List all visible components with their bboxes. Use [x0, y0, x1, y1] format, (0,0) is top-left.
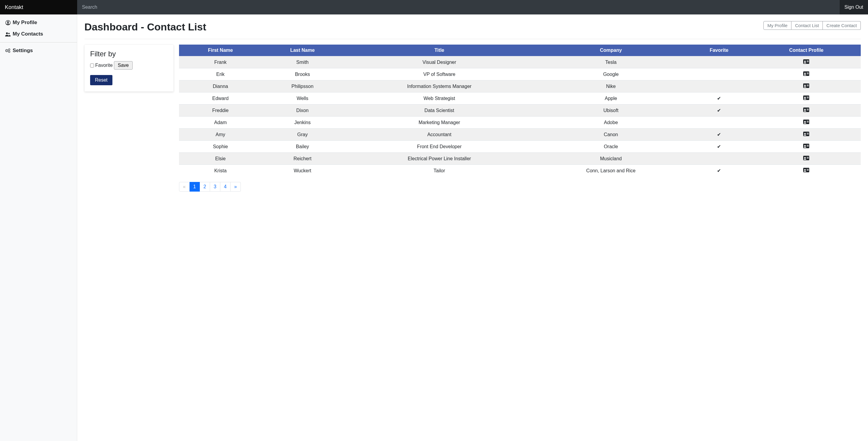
cell-title: Front End Developer — [343, 141, 535, 153]
header-button-group: My Profile Contact List Create Contact — [764, 21, 861, 30]
main: Dashboard - Contact List My Profile Cont… — [77, 14, 868, 441]
cell-title: Accountant — [343, 129, 535, 141]
cell-last-name: Wuckert — [262, 165, 343, 177]
table-row: KristaWuckertTailorConn, Larson and Rice… — [179, 165, 861, 177]
svg-rect-30 — [807, 121, 809, 121]
cell-favorite — [686, 81, 752, 92]
svg-point-2 — [6, 32, 8, 34]
cell-title: Tailor — [343, 165, 535, 177]
svg-point-6 — [8, 49, 10, 50]
contact-list-button[interactable]: Contact List — [792, 21, 823, 30]
my-profile-button[interactable]: My Profile — [764, 21, 792, 30]
page-title: Dashboard - Contact List — [84, 21, 206, 33]
cell-company: Apple — [535, 92, 686, 104]
cell-favorite — [686, 68, 752, 81]
svg-point-13 — [804, 72, 806, 74]
cell-contact-profile — [752, 153, 861, 165]
cell-company: Tesla — [535, 56, 686, 68]
filter-row: Favorite Save — [90, 61, 168, 70]
table-row: ErikBrooksVP of SoftwareGoogle — [179, 68, 861, 81]
sidebar-item-label: My Contacts — [13, 31, 43, 37]
svg-rect-11 — [807, 62, 809, 62]
cell-first-name: Sophie — [179, 141, 262, 153]
page-1[interactable]: 1 — [190, 182, 200, 192]
id-card-icon[interactable] — [803, 132, 809, 136]
id-card-icon[interactable] — [803, 156, 809, 160]
id-card-icon[interactable] — [803, 120, 809, 124]
cell-first-name: Krista — [179, 165, 262, 177]
table-row: AmyGrayAccountantCanon✔ — [179, 129, 861, 141]
id-card-icon[interactable] — [803, 84, 809, 88]
table-row: AdamJenkinsMarketing ManagerAdobe — [179, 117, 861, 129]
sign-out-button[interactable]: Sign Out — [840, 0, 868, 14]
id-card-icon[interactable] — [803, 107, 809, 112]
cell-favorite — [686, 117, 752, 129]
page-4[interactable]: 4 — [220, 182, 230, 192]
cell-first-name: Amy — [179, 129, 262, 141]
page-3[interactable]: 3 — [210, 182, 220, 192]
cell-company: Adobe — [535, 117, 686, 129]
cell-company: Canon — [535, 129, 686, 141]
sidebar-item-my-contacts[interactable]: My Contacts — [0, 28, 77, 40]
create-contact-button[interactable]: Create Contact — [823, 21, 861, 30]
cell-first-name: Dianna — [179, 81, 262, 92]
reset-button[interactable]: Reset — [90, 75, 113, 85]
svg-point-9 — [804, 61, 806, 62]
id-card-icon[interactable] — [803, 59, 809, 64]
cell-favorite — [686, 153, 752, 165]
search-input[interactable] — [77, 0, 840, 14]
content-row: Filter by Favorite Save Reset First Name… — [84, 44, 861, 192]
svg-point-25 — [804, 109, 806, 110]
col-company: Company — [535, 44, 686, 56]
cell-last-name: Philipsson — [262, 81, 343, 92]
sidebar-item-my-profile[interactable]: My Profile — [0, 17, 77, 28]
cell-favorite — [686, 56, 752, 68]
svg-rect-38 — [807, 145, 809, 146]
save-button[interactable]: Save — [114, 61, 133, 70]
cell-favorite: ✔ — [686, 141, 752, 153]
svg-point-3 — [8, 33, 10, 34]
svg-rect-35 — [807, 134, 809, 135]
cell-last-name: Smith — [262, 56, 343, 68]
svg-rect-14 — [807, 72, 809, 73]
cell-title: VP of Software — [343, 68, 535, 81]
search-wrap — [77, 0, 840, 14]
svg-rect-34 — [807, 133, 809, 133]
table-row: ElsieReichertElectrical Power Line Insta… — [179, 153, 861, 165]
page-2[interactable]: 2 — [200, 182, 210, 192]
page-prev: « — [179, 182, 190, 192]
cell-favorite: ✔ — [686, 129, 752, 141]
cell-last-name: Dixon — [262, 104, 343, 117]
sidebar-item-settings[interactable]: Settings — [0, 45, 77, 56]
svg-point-45 — [804, 169, 806, 170]
users-icon — [5, 32, 11, 36]
favorite-checkbox[interactable] — [90, 64, 94, 67]
id-card-icon[interactable] — [803, 144, 809, 148]
cell-last-name: Brooks — [262, 68, 343, 81]
id-card-icon[interactable] — [803, 71, 809, 76]
col-contact-profile: Contact Profile — [752, 44, 861, 56]
svg-rect-22 — [807, 97, 809, 97]
cell-company: Oracle — [535, 141, 686, 153]
contacts-table: First Name Last Name Title Company Favor… — [179, 44, 861, 177]
cell-last-name: Wells — [262, 92, 343, 104]
svg-rect-42 — [807, 157, 809, 158]
cell-contact-profile — [752, 68, 861, 81]
page-next[interactable]: » — [230, 182, 241, 192]
svg-rect-39 — [807, 146, 809, 147]
svg-rect-27 — [807, 110, 809, 111]
cell-first-name: Elsie — [179, 153, 262, 165]
col-title: Title — [343, 44, 535, 56]
col-last-name: Last Name — [262, 44, 343, 56]
svg-point-21 — [804, 97, 806, 98]
cell-first-name: Frank — [179, 56, 262, 68]
cell-contact-profile — [752, 129, 861, 141]
cell-title: Data Scientist — [343, 104, 535, 117]
filter-title: Filter by — [90, 50, 168, 58]
cell-contact-profile — [752, 104, 861, 117]
svg-point-17 — [804, 85, 806, 86]
id-card-icon[interactable] — [803, 168, 809, 172]
id-card-icon[interactable] — [803, 95, 809, 100]
table-area: First Name Last Name Title Company Favor… — [179, 44, 861, 192]
cell-title: Electrical Power Line Installer — [343, 153, 535, 165]
